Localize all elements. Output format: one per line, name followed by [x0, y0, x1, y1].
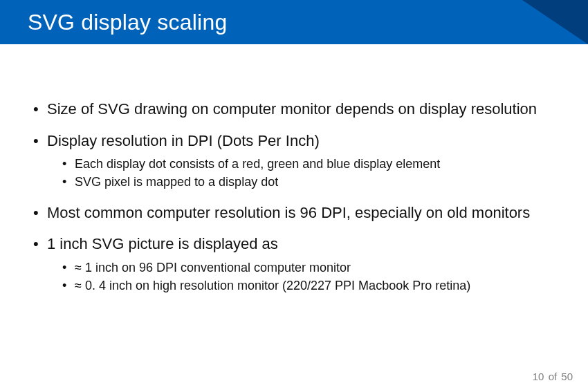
slide-body: Size of SVG drawing on computer monitor … [0, 44, 588, 294]
slide: SVG display scaling Size of SVG drawing … [0, 0, 588, 392]
sub-bullet-list: ≈ 1 inch on 96 DPI conventional computer… [47, 259, 555, 295]
bullet-text: Display resolution in DPI (Dots Per Inch… [47, 132, 320, 149]
title-bar: SVG display scaling [0, 0, 588, 44]
sub-bullet-item: SVG pixel is mapped to a display dot [62, 174, 555, 190]
sub-bullet-item: Each display dot consists of a red, gree… [62, 156, 555, 172]
title-corner-accent [491, 0, 588, 44]
page-total: 50 [561, 371, 573, 382]
bullet-item: Size of SVG drawing on computer monitor … [33, 100, 555, 119]
bullet-item: Most common computer resolution is 96 DP… [33, 203, 555, 223]
page-number: 10 of 50 [533, 371, 573, 382]
bullet-list: Size of SVG drawing on computer monitor … [33, 100, 555, 294]
bullet-text: 1 inch SVG picture is displayed as [47, 235, 278, 252]
bullet-item: 1 inch SVG picture is displayed as ≈ 1 i… [33, 234, 555, 294]
sub-bullet-item: ≈ 1 inch on 96 DPI conventional computer… [62, 259, 555, 276]
page-of-label: of [549, 371, 558, 382]
page-current: 10 [533, 371, 544, 382]
sub-bullet-item: ≈ 0. 4 inch on high resolution monitor (… [62, 277, 555, 294]
slide-title: SVG display scaling [28, 10, 227, 35]
bullet-item: Display resolution in DPI (Dots Per Inch… [33, 131, 555, 191]
sub-bullet-list: Each display dot consists of a red, gree… [47, 156, 555, 191]
